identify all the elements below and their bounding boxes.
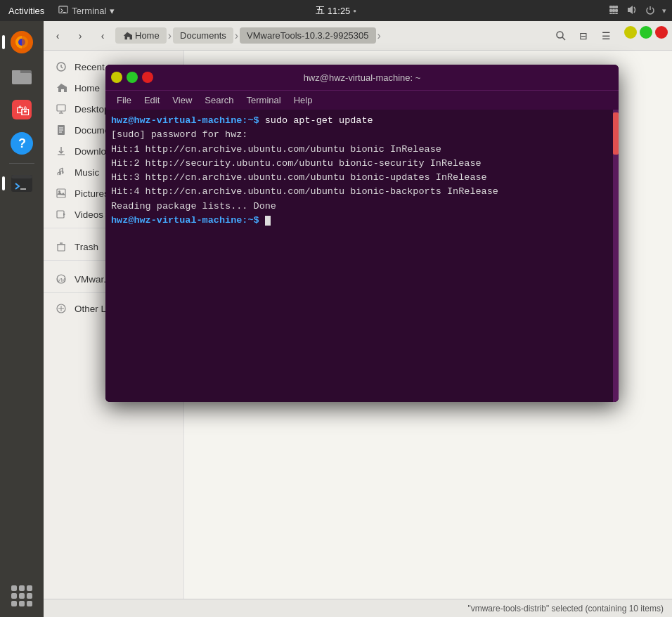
breadcrumb-current-label: VMwareTools-10.3.2-9925305 xyxy=(247,30,368,41)
terminal-scrollbar[interactable] xyxy=(613,110,619,402)
terminal-maximize-button[interactable]: □ xyxy=(127,72,138,83)
network-icon[interactable] xyxy=(607,4,620,18)
time-display: 11:25 xyxy=(328,6,351,16)
terminal-scrollbar-thumb[interactable] xyxy=(613,112,619,155)
terminal-dropdown-arrow: ▾ xyxy=(110,6,115,16)
svg-rect-3 xyxy=(612,6,615,8)
terminal-output-3: Hit:1 http://cn.archive.ubuntu.com/ubunt… xyxy=(111,144,441,155)
terminal-line-2: [sudo] password for hwz: xyxy=(111,128,613,142)
window-maximize-button[interactable] xyxy=(640,26,652,39)
breadcrumb-sep-2: › xyxy=(233,30,240,42)
svg-text:?: ? xyxy=(18,136,26,150)
sidebar-label-videos: Videos xyxy=(75,209,103,220)
breadcrumb-home[interactable]: Home xyxy=(115,27,167,44)
svg-rect-28 xyxy=(57,105,65,111)
terminal-window-controls: ─ □ ✕ xyxy=(111,72,153,83)
svg-rect-9 xyxy=(612,13,615,14)
terminal-output-5: Hit:3 http://cn.archive.ubuntu.com/ubunt… xyxy=(111,172,487,183)
vmware-icon: VM xyxy=(55,273,67,285)
breadcrumb: Home › Documents › VMwareTools-10.3.2-99… xyxy=(115,27,545,44)
terminal-cmd-1: sudo apt-get update xyxy=(265,115,373,126)
dot xyxy=(27,585,32,591)
documents-icon xyxy=(55,124,67,136)
terminal-line-8: hwz@hwz-virtual-machine:~$ xyxy=(111,214,613,228)
breadcrumb-documents-label: Documents xyxy=(180,30,226,41)
breadcrumb-current[interactable]: VMwareTools-10.3.2-9925305 xyxy=(240,27,375,44)
forward-button[interactable]: › xyxy=(70,26,90,46)
sidebar-label-trash: Trash xyxy=(75,242,98,252)
svg-text:VM: VM xyxy=(57,277,65,283)
downloads-icon xyxy=(55,145,67,157)
activities-button[interactable]: Activities xyxy=(0,0,53,21)
home-sidebar-icon xyxy=(55,82,67,94)
dot xyxy=(19,601,25,606)
terminal-line-4: Hit:2 http://security.ubuntu.com/ubuntu … xyxy=(111,157,613,171)
clock: 五 11:25 ● xyxy=(316,4,356,17)
other-locations-icon xyxy=(55,302,67,315)
videos-icon xyxy=(55,208,67,221)
show-apps-button[interactable] xyxy=(6,580,37,611)
svg-rect-23 xyxy=(11,175,32,178)
window-controls xyxy=(624,26,668,46)
breadcrumb-sep-1: › xyxy=(167,30,173,42)
svg-rect-2 xyxy=(609,6,612,8)
topbar: Activities Terminal ▾ 五 11:25 ● xyxy=(0,0,672,21)
svg-rect-16 xyxy=(12,73,32,84)
svg-rect-10 xyxy=(615,13,618,14)
dock-appstore[interactable]: 🛍 xyxy=(6,94,37,125)
svg-rect-8 xyxy=(609,13,612,14)
dock-files[interactable] xyxy=(6,60,37,91)
terminal-menu-view[interactable]: View xyxy=(167,93,198,108)
dock-divider xyxy=(9,163,34,164)
system-menu-arrow[interactable]: ▾ xyxy=(662,6,666,15)
breadcrumb-documents[interactable]: Documents xyxy=(173,27,233,44)
svg-rect-4 xyxy=(615,6,618,8)
file-manager-toolbar: ‹ › ‹ Home › Documents › VMwareTools-10.… xyxy=(44,21,672,51)
svg-text:🛍: 🛍 xyxy=(16,103,30,118)
menu-button[interactable]: ☰ xyxy=(596,26,616,46)
window-minimize-button[interactable] xyxy=(624,26,637,39)
up-button[interactable]: ‹ xyxy=(93,26,112,46)
terminal-menu-edit[interactable]: Edit xyxy=(138,93,165,108)
terminal-menu-terminal[interactable]: Terminal xyxy=(241,93,287,108)
fm-header-actions: ⊟ ☰ xyxy=(551,26,668,46)
terminal-close-button[interactable]: ✕ xyxy=(142,72,153,83)
terminal-titlebar: ─ □ ✕ hwz@hwz-virtual-machine: ~ xyxy=(105,65,619,90)
sidebar-label-home: Home xyxy=(75,83,100,93)
view-options-button[interactable]: ⊟ xyxy=(574,26,593,46)
terminal-line-6: Hit:4 http://cn.archive.ubuntu.com/ubunt… xyxy=(111,185,613,199)
dock-help[interactable]: ? xyxy=(6,128,37,159)
pictures-icon xyxy=(55,187,67,200)
svg-rect-0 xyxy=(59,6,67,13)
back-button[interactable]: ‹ xyxy=(48,26,67,46)
svg-marker-11 xyxy=(628,6,633,14)
dock-terminal[interactable] xyxy=(6,168,37,199)
dock-firefox[interactable] xyxy=(6,27,37,58)
terminal-taskbar-item[interactable]: Terminal ▾ xyxy=(53,6,120,16)
terminal-prompt-8: hwz@hwz-virtual-machine:~$ xyxy=(111,215,259,226)
trash-icon xyxy=(55,240,67,253)
svg-rect-41 xyxy=(58,245,65,251)
system-tray: ▾ xyxy=(607,4,672,18)
search-button[interactable] xyxy=(551,26,571,46)
terminal-cursor xyxy=(265,216,271,226)
terminal-minimize-button[interactable]: ─ xyxy=(111,72,122,83)
dot xyxy=(27,593,32,599)
terminal-content[interactable]: hwz@hwz-virtual-machine:~$ sudo apt-get … xyxy=(105,110,619,402)
power-icon[interactable] xyxy=(644,4,657,18)
dock: 🛍 ? xyxy=(0,21,44,617)
svg-line-26 xyxy=(562,37,565,40)
sound-icon[interactable] xyxy=(626,4,638,18)
dot xyxy=(27,601,32,606)
terminal-menu-help[interactable]: Help xyxy=(288,93,318,108)
terminal-menu-file[interactable]: File xyxy=(111,93,137,108)
svg-rect-5 xyxy=(609,9,612,12)
sidebar-label-pictures: Pictures xyxy=(75,188,109,199)
terminal-menu-search[interactable]: Search xyxy=(199,93,239,108)
recent-icon xyxy=(55,60,67,73)
svg-rect-17 xyxy=(12,70,20,74)
dot xyxy=(11,585,17,591)
terminal-output-6: Hit:4 http://cn.archive.ubuntu.com/ubunt… xyxy=(111,186,498,197)
terminal-line-1: hwz@hwz-virtual-machine:~$ sudo apt-get … xyxy=(111,114,613,128)
window-close-button[interactable] xyxy=(655,26,668,39)
